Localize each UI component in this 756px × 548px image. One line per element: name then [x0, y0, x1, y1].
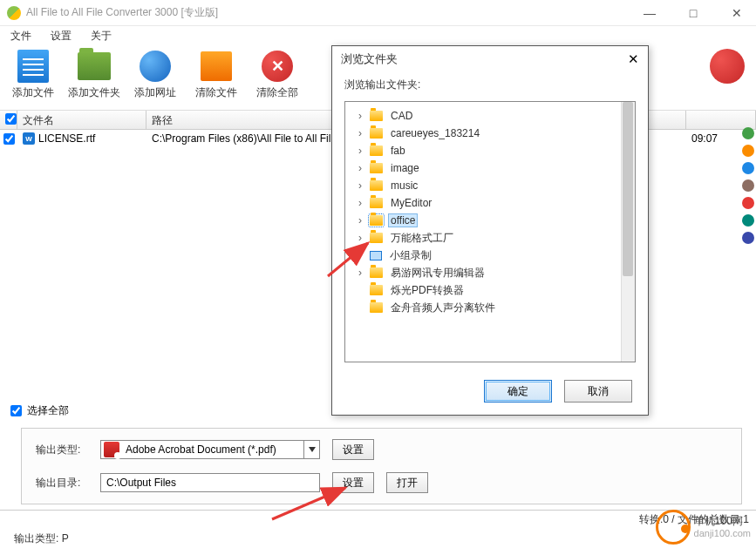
type-settings-button[interactable]: 设置 — [332, 439, 374, 460]
output-dir-input[interactable] — [100, 473, 320, 492]
folder-icon — [370, 163, 383, 173]
doc-icon: W — [23, 132, 35, 145]
status-output-type: 输出类型: P — [7, 531, 155, 546]
select-all-checkbox[interactable] — [10, 405, 22, 416]
add-folder-label: 添加文件夹 — [68, 85, 120, 100]
browse-folder-dialog: 浏览文件夹 ✕ 浏览输出文件夹: ›CAD ›careueyes_183214 … — [331, 45, 649, 416]
tree-item[interactable]: 烁光PDF转换器 — [349, 281, 631, 299]
output-dir-label: 输出目录: — [36, 476, 88, 490]
folder-icon — [370, 267, 383, 278]
output-type-value: Adobe Acrobat Document (*.pdf) — [122, 443, 303, 456]
folder-icon — [370, 215, 383, 226]
add-folder-button[interactable]: 添加文件夹 — [70, 49, 119, 106]
tree-item[interactable]: ›CAD — [349, 107, 631, 125]
menu-settings[interactable]: 设置 — [45, 27, 77, 45]
convert-icon — [710, 49, 745, 84]
folder-tree[interactable]: ›CAD ›careueyes_183214 ›fab ›image ›musi… — [344, 101, 636, 362]
add-file-button[interactable]: 添加文件 — [9, 49, 58, 106]
output-type-label: 输出类型: — [36, 443, 88, 457]
side-add-icon[interactable] — [742, 127, 754, 139]
add-url-button[interactable]: 添加网址 — [131, 49, 180, 106]
window-controls: — □ ✕ — [637, 6, 749, 20]
tree-item[interactable]: 金舟音频人声分离软件 — [349, 299, 631, 316]
folder-icon — [370, 302, 383, 313]
clear-file-label: 清除文件 — [195, 85, 237, 100]
watermark-text: 单机100网 danji100.com — [694, 516, 751, 538]
side-info-icon[interactable] — [742, 214, 754, 227]
tree-item[interactable]: ›image — [349, 159, 631, 177]
select-all-label: 选择全部 — [27, 403, 69, 418]
folder-icon — [370, 285, 383, 295]
cancel-button[interactable]: 取消 — [564, 380, 632, 403]
app-icon — [7, 6, 21, 20]
tree-item[interactable]: ›fab — [349, 142, 631, 159]
tree-item[interactable]: ›万能格式工厂 — [349, 229, 631, 247]
dir-settings-button[interactable]: 设置 — [332, 472, 374, 493]
tree-scrollbar[interactable] — [621, 102, 635, 362]
col-filename[interactable]: 文件名 — [17, 111, 146, 129]
row-checkbox[interactable] — [3, 133, 15, 145]
quick-sidebar — [740, 127, 756, 244]
monitor-icon — [370, 251, 382, 260]
tree-item-selected[interactable]: ›office — [349, 212, 631, 229]
tree-item[interactable]: ›music — [349, 177, 631, 194]
close-button[interactable]: ✕ — [725, 6, 749, 20]
maximize-button[interactable]: □ — [681, 6, 705, 20]
window-title: All File to All File Converter 3000 [专业版… — [26, 5, 637, 20]
output-panel: 输出类型: Adobe Acrobat Document (*.pdf) 设置 … — [21, 428, 742, 504]
add-file-label: 添加文件 — [12, 85, 54, 100]
side-globe-icon[interactable] — [742, 162, 754, 174]
side-delete-icon[interactable] — [742, 197, 754, 209]
col-time[interactable] — [686, 111, 756, 129]
folder-icon — [370, 198, 383, 208]
open-button[interactable]: 打开 — [386, 472, 428, 493]
file-name: LICENSE.rtf — [38, 132, 95, 145]
tree-item[interactable]: ›MyEditor — [349, 194, 631, 212]
folder-icon — [370, 180, 383, 191]
clear-file-button[interactable]: 清除文件 — [192, 49, 241, 106]
tree-item[interactable]: ›易游网讯专用编辑器 — [349, 264, 631, 281]
tree-item[interactable]: ›小组录制 — [349, 247, 631, 264]
header-checkbox[interactable] — [5, 113, 17, 125]
menu-bar: 文件 设置 关于 — [0, 26, 756, 45]
folder-icon — [78, 52, 111, 80]
minimize-button[interactable]: — — [637, 6, 662, 20]
watermark-logo-icon — [656, 510, 691, 545]
side-folder-icon[interactable] — [742, 145, 754, 157]
dialog-titlebar: 浏览文件夹 ✕ — [332, 46, 648, 72]
trash-icon — [201, 51, 232, 81]
pdf-icon — [104, 442, 119, 457]
scrollbar-thumb[interactable] — [623, 102, 633, 276]
dialog-buttons: 确定 取消 — [332, 371, 648, 415]
folder-icon — [370, 128, 383, 139]
file-icon — [17, 50, 49, 83]
output-type-combo[interactable]: Adobe Acrobat Document (*.pdf) — [100, 440, 320, 459]
side-clear-icon[interactable] — [742, 179, 754, 192]
side-help-icon[interactable] — [742, 232, 754, 244]
status-bar-2: 输出类型: P — [0, 529, 756, 548]
watermark: 单机100网 danji100.com — [656, 510, 751, 545]
clear-all-button[interactable]: 清除全部 — [253, 49, 302, 106]
tree-item[interactable]: ›careueyes_183214 — [349, 125, 631, 142]
title-bar: All File to All File Converter 3000 [专业版… — [0, 0, 756, 26]
dialog-close-button[interactable]: ✕ — [628, 51, 639, 67]
folder-icon — [370, 111, 383, 121]
col-checkbox[interactable] — [0, 111, 17, 129]
clear-all-label: 清除全部 — [256, 85, 298, 100]
dialog-subtitle: 浏览输出文件夹: — [332, 72, 648, 94]
ok-button[interactable]: 确定 — [484, 380, 552, 403]
folder-icon — [370, 145, 383, 156]
chevron-down-icon[interactable] — [303, 441, 319, 458]
convert-button[interactable] — [707, 49, 747, 106]
globe-icon — [140, 51, 171, 82]
status-bar: 转换:0 / 文件的总数目:1 — [0, 510, 756, 529]
menu-about[interactable]: 关于 — [85, 27, 117, 45]
folder-icon — [370, 233, 383, 243]
dialog-title: 浏览文件夹 — [341, 51, 628, 67]
clear-all-icon — [262, 51, 293, 82]
menu-file[interactable]: 文件 — [5, 27, 37, 45]
add-url-label: 添加网址 — [134, 85, 176, 100]
